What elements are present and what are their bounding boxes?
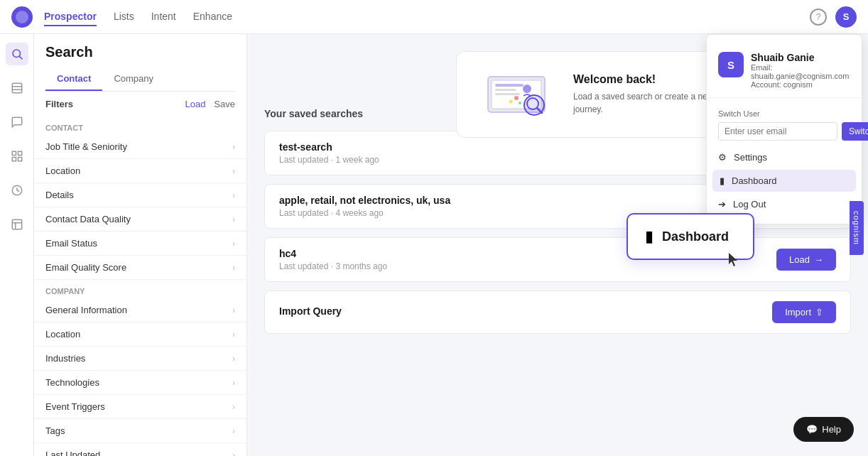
saved-search-card-3: Import Query Import ⇧ xyxy=(264,291,851,334)
svg-rect-6 xyxy=(18,151,21,155)
svg-point-22 xyxy=(514,96,519,100)
tab-company[interactable]: Company xyxy=(102,67,165,91)
filters-label: Filters xyxy=(45,99,73,109)
user-name: Shuaib Ganie xyxy=(751,52,850,63)
search-card-name: Import Query xyxy=(279,305,342,317)
filter-email-status[interactable]: Email Status › xyxy=(34,232,246,256)
user-avatar-dropdown: S xyxy=(718,52,744,77)
search-card-name: apple, retail, not electronics, uk, usa xyxy=(279,195,450,206)
filter-job-title[interactable]: Job Title & Seniority › xyxy=(34,135,246,159)
cognism-side-label[interactable]: cognism xyxy=(850,201,864,255)
user-avatar-nav[interactable]: S xyxy=(835,6,857,28)
save-button[interactable]: Save xyxy=(214,99,235,109)
dashboard-popup: ▮ Dashboard xyxy=(626,213,754,260)
switch-user-input[interactable] xyxy=(718,122,837,141)
user-info-section: S Shuaib Ganie Email: shuaib.ganie@cogni… xyxy=(707,43,862,98)
nav-tab-intent[interactable]: Intent xyxy=(151,8,176,26)
load-search-button-2[interactable]: Load → xyxy=(776,249,836,271)
search-card-info: Import Query xyxy=(279,305,342,319)
chevron-down-icon: › xyxy=(232,263,235,273)
chevron-down-icon: › xyxy=(232,402,235,412)
contact-tabs: Contact Company xyxy=(45,67,235,92)
filter-technologies[interactable]: Technologies › xyxy=(34,371,246,395)
sidebar-icon-layers[interactable] xyxy=(6,77,28,99)
help-icon[interactable]: ? xyxy=(810,9,827,26)
dashboard-popup-icon: ▮ xyxy=(645,227,653,246)
filter-general-information[interactable]: General Information › xyxy=(34,298,246,322)
dashboard-popup-label: Dashboard xyxy=(662,229,729,244)
sidebar-icon-search[interactable] xyxy=(6,43,28,65)
settings-icon: ⚙ xyxy=(718,152,727,163)
contact-section-label: Contact xyxy=(34,116,246,135)
filters-bar: Filters Load Save xyxy=(34,92,246,116)
chevron-down-icon: › xyxy=(232,166,235,176)
filter-event-triggers[interactable]: Event Triggers › xyxy=(34,395,246,419)
user-email: Email: shuaib.ganie@cognism.com xyxy=(751,63,850,80)
dashboard-menu-item[interactable]: ▮ Dashboard xyxy=(712,170,856,192)
tab-contact[interactable]: Contact xyxy=(45,67,102,91)
switch-button[interactable]: Switch xyxy=(842,122,868,141)
svg-rect-10 xyxy=(12,219,22,229)
nav-tab-lists[interactable]: Lists xyxy=(114,8,134,26)
search-card-meta: Last updated · 1 week ago xyxy=(279,155,379,165)
top-nav: Prospector Lists Intent Enhance ? S xyxy=(0,0,868,34)
welcome-illustration xyxy=(474,66,559,123)
svg-rect-16 xyxy=(495,89,516,91)
user-account: Account: cognism xyxy=(751,80,850,89)
cursor-icon xyxy=(729,253,739,267)
filter-list: Contact Job Title & Seniority › Location… xyxy=(34,116,246,456)
sidebar-icon-layout[interactable] xyxy=(6,213,28,236)
import-button[interactable]: Import ⇧ xyxy=(772,301,836,323)
filter-tags[interactable]: Tags › xyxy=(34,419,246,443)
chevron-down-icon: › xyxy=(232,305,235,315)
filter-email-quality-score[interactable]: Email Quality Score › xyxy=(34,256,246,280)
svg-point-18 xyxy=(523,85,531,93)
load-button[interactable]: Load xyxy=(185,99,205,109)
dashboard-icon: ▮ xyxy=(720,175,725,186)
chevron-down-icon: › xyxy=(232,239,235,249)
saved-search-card-2: hc4 Last updated · 3 months ago Load → xyxy=(264,237,851,282)
filter-contact-data-quality[interactable]: Contact Data Quality › xyxy=(34,207,246,232)
svg-line-1 xyxy=(19,56,22,59)
chevron-down-icon: › xyxy=(232,378,235,388)
sidebar-icon-history[interactable] xyxy=(6,179,28,202)
filter-last-updated[interactable]: Last Updated › xyxy=(34,443,246,456)
icon-sidebar xyxy=(0,34,34,456)
search-card-info: apple, retail, not electronics, uk, usa … xyxy=(279,195,450,218)
nav-right: ? S xyxy=(810,6,857,28)
logout-menu-item[interactable]: ➔ Log Out xyxy=(707,193,862,215)
filter-details[interactable]: Details › xyxy=(34,183,246,207)
nav-tab-prospector[interactable]: Prospector xyxy=(44,8,97,26)
filter-location-contact[interactable]: Location › xyxy=(34,159,246,183)
logout-icon: ➔ xyxy=(718,199,726,210)
sidebar-icon-grid[interactable] xyxy=(6,145,28,168)
nav-tabs: Prospector Lists Intent Enhance xyxy=(44,8,810,26)
svg-point-0 xyxy=(13,50,21,58)
search-card-name: hc4 xyxy=(279,248,387,259)
settings-menu-item[interactable]: ⚙ Settings xyxy=(707,146,862,168)
chevron-down-icon: › xyxy=(232,142,235,152)
svg-rect-2 xyxy=(12,83,22,93)
nav-tab-enhance[interactable]: Enhance xyxy=(193,8,232,26)
chevron-down-icon: › xyxy=(232,190,235,200)
search-header: Search Contact Company xyxy=(34,34,246,92)
search-card-meta: Last updated · 4 weeks ago xyxy=(279,208,450,218)
svg-rect-7 xyxy=(12,158,16,161)
svg-point-23 xyxy=(509,100,513,104)
filter-industries[interactable]: Industries › xyxy=(34,347,246,371)
chevron-down-icon: › xyxy=(232,354,235,364)
saved-searches-title: Your saved searches xyxy=(264,108,363,119)
filters-actions: Load Save xyxy=(185,99,235,109)
svg-rect-15 xyxy=(495,84,523,87)
search-title: Search xyxy=(45,44,235,60)
logo[interactable] xyxy=(11,6,33,28)
filter-sidebar: Search Contact Company Filters Load Save… xyxy=(34,34,247,456)
chevron-down-icon: › xyxy=(232,215,235,224)
help-button[interactable]: 💬 Help xyxy=(793,417,854,442)
chevron-down-icon: › xyxy=(232,450,235,457)
company-section-label: Company xyxy=(34,280,246,298)
sidebar-icon-chat[interactable] xyxy=(6,111,28,134)
switch-user-section: Switch User Switch xyxy=(707,104,862,146)
filter-location-company[interactable]: Location › xyxy=(34,322,246,347)
search-card-meta: Last updated · 3 months ago xyxy=(279,261,387,271)
